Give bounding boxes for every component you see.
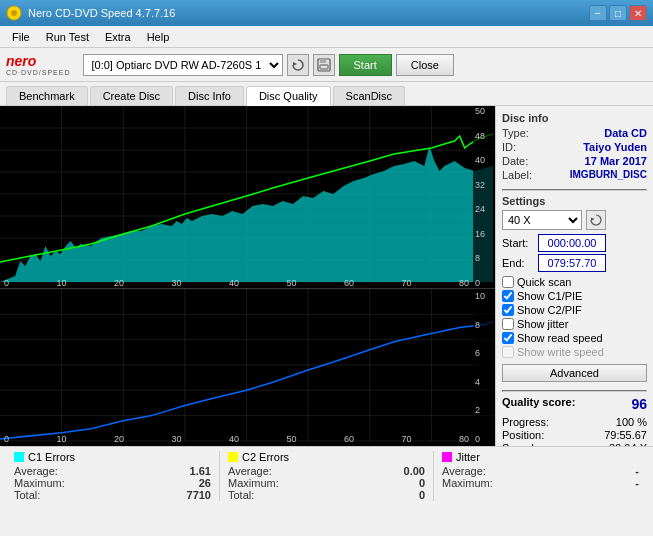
x-label-20: 20 bbox=[114, 278, 124, 288]
tab-benchmark[interactable]: Benchmark bbox=[6, 86, 88, 105]
maximize-button[interactable]: □ bbox=[609, 5, 627, 21]
disc-id-label: ID: bbox=[502, 141, 516, 153]
c1-avg-row: Average: 1.61 bbox=[14, 465, 211, 477]
disc-date-row: Date: 17 Mar 2017 bbox=[502, 155, 647, 167]
app-icon bbox=[6, 5, 22, 21]
show-jitter-label: Show jitter bbox=[517, 318, 568, 330]
c2-avg-row: Average: 0.00 bbox=[228, 465, 425, 477]
show-write-speed-checkbox[interactable] bbox=[502, 346, 514, 358]
top-chart: 50 48 40 32 24 16 8 0 0 10 20 30 40 50 6… bbox=[0, 106, 495, 288]
y2-label-6: 6 bbox=[475, 348, 493, 358]
position-label: Position: bbox=[502, 429, 544, 441]
show-c1-row: Show C1/PIE bbox=[502, 290, 647, 302]
menu-file[interactable]: File bbox=[4, 29, 38, 45]
x2-label-40: 40 bbox=[229, 434, 239, 444]
speed-select[interactable]: 40 X bbox=[502, 210, 582, 230]
quality-score-row: Quality score: 96 bbox=[502, 396, 647, 412]
show-c2-checkbox[interactable] bbox=[502, 304, 514, 316]
menu-help[interactable]: Help bbox=[139, 29, 178, 45]
show-c1-checkbox[interactable] bbox=[502, 290, 514, 302]
start-time-row: Start: bbox=[502, 234, 647, 252]
jitter-max-label: Maximum: bbox=[442, 477, 493, 489]
x-label-10: 10 bbox=[56, 278, 66, 288]
advanced-button[interactable]: Advanced bbox=[502, 364, 647, 382]
c1-avg-value: 1.61 bbox=[190, 465, 211, 477]
close-btn[interactable]: Close bbox=[396, 54, 454, 76]
quality-score-value: 96 bbox=[631, 396, 647, 412]
y-label-40: 40 bbox=[475, 155, 493, 165]
c1-title: C1 Errors bbox=[28, 451, 75, 463]
c2-avg-value: 0.00 bbox=[404, 465, 425, 477]
position-value: 79:55.67 bbox=[604, 429, 647, 441]
disc-type-label: Type: bbox=[502, 127, 529, 139]
y-label-48: 48 bbox=[475, 131, 493, 141]
x2-label-20: 20 bbox=[114, 434, 124, 444]
end-time-input[interactable] bbox=[538, 254, 606, 272]
y-label-24: 24 bbox=[475, 204, 493, 214]
c2-avg-label: Average: bbox=[228, 465, 272, 477]
c2-total-row: Total: 0 bbox=[228, 489, 425, 501]
menu-run-test[interactable]: Run Test bbox=[38, 29, 97, 45]
show-jitter-row: Show jitter bbox=[502, 318, 647, 330]
show-jitter-checkbox[interactable] bbox=[502, 318, 514, 330]
c1-total-label: Total: bbox=[14, 489, 40, 501]
title-bar: Nero CD-DVD Speed 4.7.7.16 − □ ✕ bbox=[0, 0, 653, 26]
x-label-0: 0 bbox=[4, 278, 9, 288]
x-label-30: 30 bbox=[171, 278, 181, 288]
refresh-icon[interactable] bbox=[287, 54, 309, 76]
drive-select[interactable]: [0:0] Optiarc DVD RW AD-7260S 1.03 bbox=[83, 54, 283, 76]
speed-row: Speed: 39.94 X bbox=[502, 442, 647, 446]
start-button[interactable]: Start bbox=[339, 54, 392, 76]
jitter-group: Jitter Average: - Maximum: - bbox=[434, 451, 647, 501]
c2-header: C2 Errors bbox=[228, 451, 425, 463]
y2-label-10: 10 bbox=[475, 291, 493, 301]
jitter-avg-value: - bbox=[635, 465, 639, 477]
side-panel: Disc info Type: Data CD ID: Taiyo Yuden … bbox=[495, 106, 653, 446]
y2-label-2: 2 bbox=[475, 405, 493, 415]
end-time-row: End: bbox=[502, 254, 647, 272]
show-c2-label: Show C2/PIF bbox=[517, 304, 582, 316]
menu-extra[interactable]: Extra bbox=[97, 29, 139, 45]
show-read-speed-checkbox[interactable] bbox=[502, 332, 514, 344]
x2-label-30: 30 bbox=[171, 434, 181, 444]
show-c2-row: Show C2/PIF bbox=[502, 304, 647, 316]
c1-total-row: Total: 7710 bbox=[14, 489, 211, 501]
y-label-8: 8 bbox=[475, 253, 493, 263]
jitter-avg-row: Average: - bbox=[442, 465, 639, 477]
window-title: Nero CD-DVD Speed 4.7.7.16 bbox=[28, 7, 175, 19]
speed-reset-icon[interactable] bbox=[586, 210, 606, 230]
settings-section: Settings 40 X Start: End: Quick scan bbox=[502, 195, 647, 382]
progress-section: Progress: 100 % Position: 79:55.67 Speed… bbox=[502, 416, 647, 446]
end-label: End: bbox=[502, 257, 534, 269]
y-label-0: 0 bbox=[475, 278, 493, 288]
tab-scan-disc[interactable]: ScanDisc bbox=[333, 86, 405, 105]
nero-logo: nero CD·DVD/SPEED bbox=[6, 53, 71, 76]
show-read-speed-row: Show read speed bbox=[502, 332, 647, 344]
x-label-40: 40 bbox=[229, 278, 239, 288]
toolbar: nero CD·DVD/SPEED [0:0] Optiarc DVD RW A… bbox=[0, 48, 653, 82]
tab-disc-quality[interactable]: Disc Quality bbox=[246, 86, 331, 106]
c2-title: C2 Errors bbox=[242, 451, 289, 463]
bottom-chart-svg bbox=[0, 289, 495, 446]
minimize-button[interactable]: − bbox=[589, 5, 607, 21]
quick-scan-checkbox[interactable] bbox=[502, 276, 514, 288]
jitter-header: Jitter bbox=[442, 451, 639, 463]
jitter-dot bbox=[442, 452, 452, 462]
x-label-70: 70 bbox=[401, 278, 411, 288]
c2-errors-group: C2 Errors Average: 0.00 Maximum: 0 Total… bbox=[220, 451, 434, 501]
disc-date-value: 17 Mar 2017 bbox=[585, 155, 647, 167]
y2-label-4: 4 bbox=[475, 377, 493, 387]
save-icon[interactable] bbox=[313, 54, 335, 76]
disc-label-row: Label: IMGBURN_DISC bbox=[502, 169, 647, 181]
close-button[interactable]: ✕ bbox=[629, 5, 647, 21]
logo-subtitle: CD·DVD/SPEED bbox=[6, 69, 71, 76]
x-label-80: 80 bbox=[459, 278, 469, 288]
show-read-speed-label: Show read speed bbox=[517, 332, 603, 344]
c2-max-row: Maximum: 0 bbox=[228, 477, 425, 489]
tab-disc-info[interactable]: Disc Info bbox=[175, 86, 244, 105]
disc-id-value: Taiyo Yuden bbox=[583, 141, 647, 153]
start-time-input[interactable] bbox=[538, 234, 606, 252]
y-label-50: 50 bbox=[475, 106, 493, 116]
svg-rect-4 bbox=[320, 59, 326, 63]
tab-create-disc[interactable]: Create Disc bbox=[90, 86, 173, 105]
